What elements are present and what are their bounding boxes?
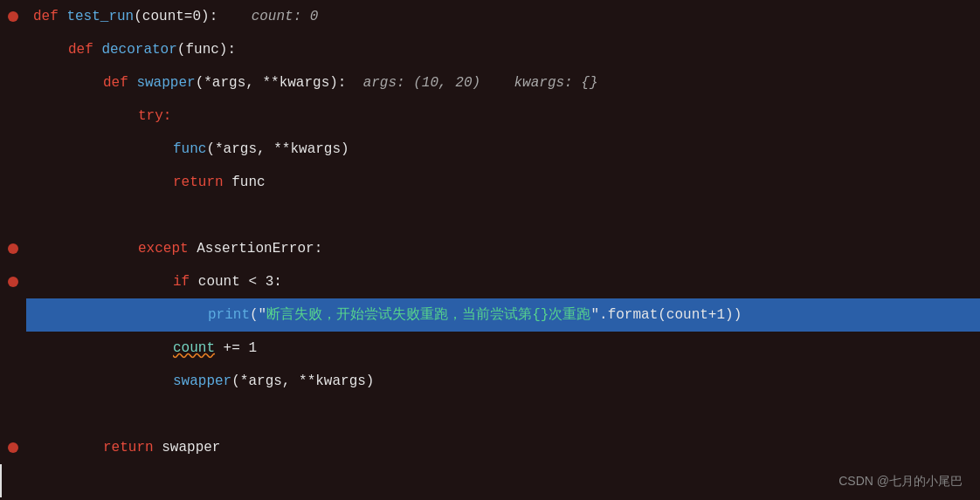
line-content: count += 1 xyxy=(26,332,980,365)
line-content: def test_run(count=0): count: 0 xyxy=(26,0,980,33)
token: AssertionError: xyxy=(197,241,322,257)
line-gutter xyxy=(0,232,26,265)
line-gutter xyxy=(0,265,26,298)
token: += 1 xyxy=(215,340,257,356)
line-gutter xyxy=(0,66,26,99)
code-line: return func xyxy=(0,166,980,199)
token: test_run xyxy=(66,9,134,24)
token: return xyxy=(103,440,162,455)
code-line: print("断言失败，开始尝试失败重跑，当前尝试第{}次重跑".format(… xyxy=(0,298,980,332)
code-line: def decorator(func): xyxy=(0,33,980,66)
line-gutter xyxy=(0,398,26,431)
line-gutter xyxy=(0,431,26,464)
token: (*args, **kwargs) xyxy=(231,373,374,389)
token: func xyxy=(173,141,206,157)
line-content: def decorator(func): xyxy=(26,33,980,66)
code-line: return swapper xyxy=(0,431,980,464)
code-line: def test_run(count=0): count: 0 xyxy=(0,0,980,33)
code-line: if count < 3: xyxy=(0,265,980,298)
watermark: CSDN @七月的小尾巴 xyxy=(839,474,963,490)
token: (*args, **kwargs) xyxy=(206,141,349,157)
token: ".format(count+1)) xyxy=(590,307,742,323)
token: try: xyxy=(138,108,171,124)
token: decorator xyxy=(101,42,176,58)
line-gutter xyxy=(0,298,26,332)
token: count: 0 xyxy=(217,9,318,24)
token: 断言失败，开始尝试失败重跑，当前尝试第{}次重跑 xyxy=(266,307,590,323)
token: (func): xyxy=(177,42,236,58)
line-content: return func xyxy=(26,166,980,199)
token: def xyxy=(103,75,136,91)
breakpoint-dot xyxy=(8,442,18,453)
token: func xyxy=(231,175,265,190)
line-gutter xyxy=(0,332,26,365)
line-content: return swapper xyxy=(26,431,980,464)
token: args: (10, 20) xyxy=(346,75,480,91)
code-line: try: xyxy=(0,99,980,133)
code-content: def test_run(count=0): count: 0def decor… xyxy=(0,0,980,500)
line-gutter xyxy=(0,0,26,33)
line-content: try: xyxy=(26,99,980,133)
token: swapper xyxy=(162,440,220,455)
code-line xyxy=(0,398,980,431)
token: except xyxy=(138,241,197,257)
code-editor: def test_run(count=0): count: 0def decor… xyxy=(0,0,980,500)
line-gutter xyxy=(0,99,26,133)
code-line: func(*args, **kwargs) xyxy=(0,133,980,166)
line-content: if count < 3: xyxy=(26,265,980,298)
line-content: func(*args, **kwargs) xyxy=(26,133,980,166)
token: < 3: xyxy=(240,274,282,290)
code-line: except AssertionError: xyxy=(0,232,980,265)
line-gutter xyxy=(0,133,26,166)
token: swapper xyxy=(136,75,195,91)
line-gutter xyxy=(0,365,26,398)
breakpoint-dot xyxy=(8,277,18,287)
token: (" xyxy=(250,307,266,323)
code-line: def swapper(*args, **kwargs): args: (10,… xyxy=(0,66,980,99)
line-gutter xyxy=(2,464,28,497)
line-content: print("断言失败，开始尝试失败重跑，当前尝试第{}次重跑".format(… xyxy=(26,298,980,332)
code-line xyxy=(0,199,980,232)
code-line: count += 1 xyxy=(0,332,980,365)
token: def xyxy=(33,9,66,24)
breakpoint-dot xyxy=(8,11,18,22)
line-content: def swapper(*args, **kwargs): args: (10,… xyxy=(26,66,980,99)
token: print xyxy=(208,307,250,323)
token: count xyxy=(198,274,240,290)
token: (*args, **kwargs): xyxy=(196,75,347,91)
line-content: swapper(*args, **kwargs) xyxy=(26,365,980,398)
token: swapper xyxy=(173,373,231,389)
code-line: swapper(*args, **kwargs) xyxy=(0,365,980,398)
line-gutter xyxy=(0,166,26,199)
token: kwargs: {} xyxy=(480,75,597,91)
code-line xyxy=(0,464,980,497)
token: if xyxy=(173,274,198,290)
token: (count=0): xyxy=(134,9,217,24)
line-gutter xyxy=(0,33,26,66)
token: count xyxy=(173,340,215,356)
token: def xyxy=(68,42,101,58)
line-gutter xyxy=(0,199,26,232)
breakpoint-dot xyxy=(8,243,18,254)
line-content: except AssertionError: xyxy=(26,232,980,265)
token: return xyxy=(173,175,231,190)
